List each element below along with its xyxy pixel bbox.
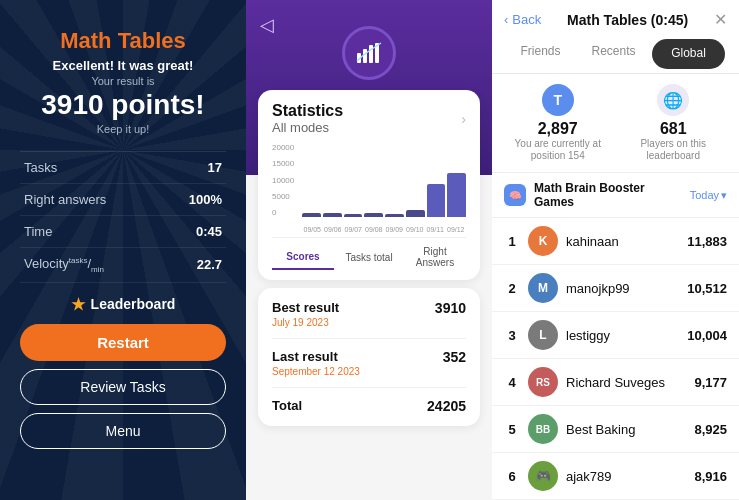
- last-result-date: September 12 2023: [272, 366, 360, 377]
- score-lestiggy: 10,004: [687, 328, 727, 343]
- stat-right-answers: Right answers 100%: [20, 184, 226, 216]
- svg-rect-2: [369, 45, 373, 63]
- score-richard: 9,177: [694, 375, 727, 390]
- tab-friends[interactable]: Friends: [504, 37, 577, 73]
- tab-right-answers[interactable]: Right Answers: [404, 244, 466, 270]
- stats-card-header: Statistics All modes ›: [272, 102, 466, 135]
- rank-4: 4: [504, 375, 520, 390]
- lb-row-1: 1 K kahinaan 11,883: [492, 218, 739, 265]
- back-triangle-icon[interactable]: ◁: [260, 14, 274, 36]
- position-value: 2,897: [538, 120, 578, 138]
- score-manojkp99: 10,512: [687, 281, 727, 296]
- name-lestiggy: lestiggy: [566, 328, 679, 343]
- best-result-value: 3910: [435, 300, 466, 316]
- score-kahinaan: 11,883: [687, 234, 727, 249]
- close-icon[interactable]: ✕: [714, 10, 727, 29]
- score-ajak789: 8,916: [694, 469, 727, 484]
- lb-row-4: 4 RS Richard Suveges 9,177: [492, 359, 739, 406]
- leaderboard-link[interactable]: ★ Leaderboard: [71, 295, 176, 314]
- panel-results: Math Tables Excellent! It was great! You…: [0, 0, 246, 500]
- results-content: Math Tables Excellent! It was great! You…: [20, 28, 226, 457]
- leaderboard-list: 1 K kahinaan 11,883 2 M manojkp99 10,512…: [492, 218, 739, 500]
- x-label-6: 09/10: [406, 226, 424, 233]
- menu-button[interactable]: Menu: [20, 413, 226, 449]
- chart-y-labels: 20000 15000 10000 5000 0: [272, 143, 300, 217]
- players-value: 681: [660, 120, 687, 138]
- right-answers-label: Right answers: [24, 192, 106, 207]
- bar-2: [323, 213, 342, 217]
- last-result-row: Last result September 12 2023 352: [272, 349, 466, 388]
- restart-button[interactable]: Restart: [20, 324, 226, 361]
- x-label-1: 09/05: [303, 226, 321, 233]
- stats-list: Tasks 17 Right answers 100% Time 0:45 Ve…: [20, 151, 226, 283]
- total-label: Total: [272, 398, 302, 413]
- review-tasks-button[interactable]: Review Tasks: [20, 369, 226, 405]
- bar-4: [364, 213, 383, 217]
- name-manojkp99: manojkp99: [566, 281, 679, 296]
- x-label-3: 09/07: [344, 226, 362, 233]
- last-result-value: 352: [443, 349, 466, 365]
- best-result-label: Best result: [272, 300, 339, 315]
- best-result-date: July 19 2023: [272, 317, 339, 328]
- velocity-label: Velocitytasks/min: [24, 256, 104, 274]
- stat-tasks: Tasks 17: [20, 152, 226, 184]
- x-label-7: 09/11: [426, 226, 444, 233]
- bar-5: [385, 214, 404, 217]
- avatar-kahinaan: K: [528, 226, 558, 256]
- tab-recents[interactable]: Recents: [577, 37, 650, 73]
- leaderboard-tabs: Friends Recents Global: [504, 37, 727, 73]
- stat-players: 🌐 681 Players on this leaderboard: [620, 84, 728, 162]
- stat-position: T 2,897 You are currently at position 15…: [504, 84, 612, 162]
- stats-icon-circle: [342, 26, 396, 80]
- tab-global[interactable]: Global: [652, 39, 725, 69]
- avatar-lestiggy: L: [528, 320, 558, 350]
- points-value: 3910 points!: [41, 89, 204, 121]
- period-selector[interactable]: Today ▾: [690, 189, 727, 202]
- stat-velocity: Velocitytasks/min 22.7: [20, 248, 226, 283]
- stats-text: Statistics All modes: [272, 102, 343, 135]
- star-icon: ★: [71, 295, 85, 314]
- bar-1: [302, 213, 321, 217]
- avatar-manojkp99: M: [528, 273, 558, 303]
- chart-icon: [355, 39, 383, 67]
- last-result-label: Last result: [272, 349, 360, 364]
- back-button[interactable]: ‹ Back: [504, 12, 541, 27]
- panel-statistics: ◁ Statistics All modes › 20000 15000 100…: [246, 0, 492, 500]
- lb-row-3: 3 L lestiggy 10,004: [492, 312, 739, 359]
- y-label-3: 15000: [272, 159, 300, 168]
- rank-5: 5: [504, 422, 520, 437]
- game-icon: 🧠: [504, 184, 526, 206]
- x-label-8: 09/12: [447, 226, 465, 233]
- name-ajak789: ajak789: [566, 469, 686, 484]
- position-label: You are currently at position 154: [504, 138, 612, 162]
- y-label-2: 10000: [272, 176, 300, 185]
- rank-3: 3: [504, 328, 520, 343]
- bar-3: [344, 214, 363, 217]
- chevron-right-icon[interactable]: ›: [461, 111, 466, 127]
- score-bestbaking: 8,925: [694, 422, 727, 437]
- back-chevron-icon: ‹: [504, 12, 508, 27]
- position-avatar: T: [542, 84, 574, 116]
- total-value: 24205: [427, 398, 466, 414]
- time-value: 0:45: [196, 224, 222, 239]
- statistics-title: Statistics: [272, 102, 343, 120]
- lb-row-5: 5 BB Best Baking 8,925: [492, 406, 739, 453]
- avatar-ajak789: 🎮: [528, 461, 558, 491]
- total-row: Total 24205: [272, 398, 466, 414]
- best-result-info: Best result July 19 2023: [272, 300, 339, 328]
- dropdown-icon: ▾: [721, 189, 727, 202]
- tab-tasks-total[interactable]: Tasks total: [338, 244, 400, 270]
- right-answers-value: 100%: [189, 192, 222, 207]
- chart-x-labels: 09/05 09/06 09/07 09/08 09/09 09/10 09/1…: [302, 226, 466, 233]
- tab-scores[interactable]: Scores: [272, 244, 334, 270]
- rank-2: 2: [504, 281, 520, 296]
- last-result-info: Last result September 12 2023: [272, 349, 360, 377]
- name-richard: Richard Suveges: [566, 375, 686, 390]
- rank-6: 6: [504, 469, 520, 484]
- tasks-value: 17: [208, 160, 222, 175]
- time-label: Time: [24, 224, 52, 239]
- keep-it-up-label: Keep it up!: [97, 123, 150, 135]
- back-label: Back: [512, 12, 541, 27]
- x-label-2: 09/06: [324, 226, 342, 233]
- chart-tabs: Scores Tasks total Right Answers: [272, 237, 466, 270]
